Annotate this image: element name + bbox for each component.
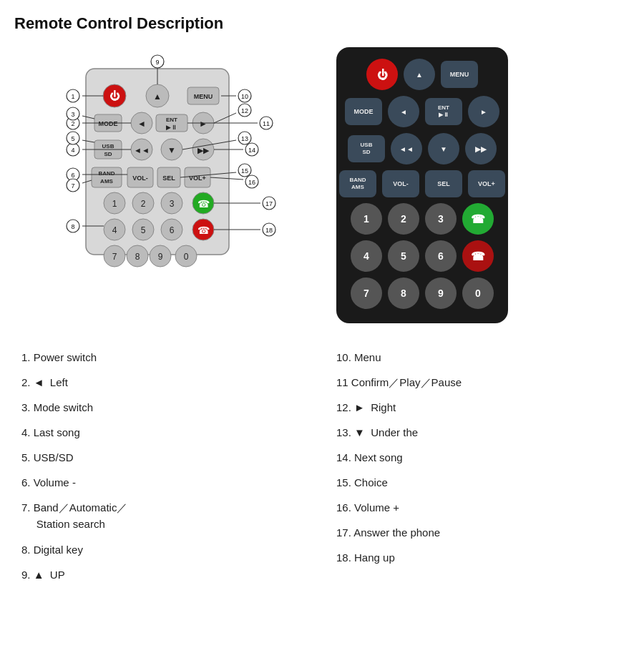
real-btn-left[interactable]: ◄ bbox=[388, 96, 419, 127]
svg-text:USB: USB bbox=[102, 143, 114, 149]
real-btn-up[interactable]: ▲ bbox=[404, 59, 435, 90]
svg-text:14: 14 bbox=[248, 147, 255, 154]
diagram-area: ⏻ ▲ MENU MODE ◄ ENT ▶⏸ ► USB SD ◄◄ ▼ bbox=[14, 47, 315, 323]
desc-item-1: 1. Power switch bbox=[21, 345, 308, 370]
real-remote-row-6: 4 5 6 ☎ bbox=[345, 240, 499, 272]
svg-text:▶▶: ▶▶ bbox=[197, 146, 210, 154]
real-btn-hangup[interactable]: ☎ bbox=[462, 240, 494, 272]
svg-text:▲: ▲ bbox=[153, 92, 162, 102]
description-section: 1. Power switch 2. ◄ Left 3. Mode switch… bbox=[14, 345, 630, 587]
page-title: Remote Control Description bbox=[14, 14, 630, 33]
real-btn-volplus[interactable]: VOL+ bbox=[468, 170, 505, 197]
real-remote-row-1: ⏻ ▲ MENU bbox=[345, 59, 499, 90]
svg-text:1: 1 bbox=[112, 199, 117, 209]
real-btn-band[interactable]: BANDAMS bbox=[339, 170, 376, 197]
real-btn-8[interactable]: 8 bbox=[388, 278, 419, 309]
desc-item-4: 4. Last song bbox=[21, 420, 308, 445]
svg-text:6: 6 bbox=[170, 225, 175, 235]
real-btn-menu[interactable]: MENU bbox=[441, 61, 478, 88]
svg-text:ENT: ENT bbox=[166, 117, 177, 123]
svg-text:15: 15 bbox=[241, 167, 248, 175]
desc-item-17: 17. Answer the phone bbox=[336, 520, 623, 545]
svg-text:13: 13 bbox=[241, 135, 248, 142]
svg-text:◄: ◄ bbox=[137, 119, 146, 129]
svg-text:1: 1 bbox=[71, 93, 74, 100]
svg-text:AMS: AMS bbox=[100, 178, 113, 185]
svg-text:9: 9 bbox=[155, 59, 159, 66]
real-btn-4[interactable]: 4 bbox=[351, 240, 382, 272]
svg-text:18: 18 bbox=[265, 227, 273, 234]
desc-item-10: 10. Menu bbox=[336, 345, 623, 370]
desc-item-13: 13. ▼ Under the bbox=[336, 420, 623, 445]
svg-text:9: 9 bbox=[158, 252, 163, 262]
real-remote-row-2: MODE ◄ ENT▶⏸ ► bbox=[345, 96, 499, 127]
svg-text:7: 7 bbox=[112, 252, 117, 262]
svg-text:11: 11 bbox=[263, 120, 270, 127]
desc-item-16: 16. Volume + bbox=[336, 495, 623, 520]
real-btn-5[interactable]: 5 bbox=[388, 240, 419, 272]
svg-text:2: 2 bbox=[141, 199, 146, 209]
real-btn-1[interactable]: 1 bbox=[351, 203, 382, 235]
desc-item-14: 14. Next song bbox=[336, 445, 623, 470]
svg-text:8: 8 bbox=[71, 223, 74, 230]
desc-item-15: 15. Choice bbox=[336, 470, 623, 495]
desc-item-3: 3. Mode switch bbox=[21, 395, 308, 420]
svg-text:5: 5 bbox=[71, 135, 74, 142]
real-btn-9[interactable]: 9 bbox=[425, 278, 457, 309]
svg-text:▼: ▼ bbox=[167, 145, 176, 155]
svg-text:MENU: MENU bbox=[194, 93, 213, 100]
desc-item-2: 2. ◄ Left bbox=[21, 370, 308, 395]
desc-item-11: 11 Confirm／Play／Pause bbox=[336, 370, 623, 395]
svg-text:▶⏸: ▶⏸ bbox=[166, 124, 177, 131]
desc-item-18: 18. Hang up bbox=[336, 545, 623, 570]
real-btn-sel[interactable]: SEL bbox=[425, 170, 462, 197]
real-remote-row-4: BANDAMS VOL- SEL VOL+ bbox=[345, 170, 499, 197]
svg-text:⏻: ⏻ bbox=[109, 90, 120, 102]
real-btn-next[interactable]: ▶▶ bbox=[465, 133, 497, 165]
real-btn-ent[interactable]: ENT▶⏸ bbox=[425, 98, 462, 125]
svg-text:SD: SD bbox=[104, 151, 112, 157]
svg-text:BAND: BAND bbox=[98, 170, 114, 177]
svg-text:0: 0 bbox=[184, 252, 189, 262]
svg-text:5: 5 bbox=[141, 225, 146, 235]
desc-item-5: 5. USB/SD bbox=[21, 445, 308, 470]
diagram-svg: ⏻ ▲ MENU MODE ◄ ENT ▶⏸ ► USB SD ◄◄ ▼ bbox=[14, 47, 315, 276]
real-btn-0[interactable]: 0 bbox=[462, 278, 494, 309]
svg-text:VOL-: VOL- bbox=[132, 175, 148, 182]
real-remote-row-5: 1 2 3 ☎ bbox=[345, 203, 499, 235]
svg-text:12: 12 bbox=[241, 107, 248, 114]
real-btn-down[interactable]: ▼ bbox=[428, 133, 459, 165]
svg-text:7: 7 bbox=[71, 182, 74, 190]
desc-item-8: 8. Digital key bbox=[21, 537, 308, 562]
real-btn-volminus[interactable]: VOL- bbox=[382, 170, 419, 197]
desc-item-7: 7. Band／Automatic／ Station search bbox=[21, 495, 308, 537]
desc-item-12: 12. ► Right bbox=[336, 395, 623, 420]
real-remote: ⏻ ▲ MENU MODE ◄ ENT▶⏸ ► USBSD ◄◄ ▼ ▶▶ BA… bbox=[336, 47, 508, 323]
real-btn-usbsd[interactable]: USBSD bbox=[348, 135, 385, 162]
real-btn-7[interactable]: 7 bbox=[351, 278, 382, 309]
real-btn-prev[interactable]: ◄◄ bbox=[391, 133, 422, 165]
svg-text:8: 8 bbox=[135, 252, 140, 262]
svg-text:16: 16 bbox=[248, 179, 255, 186]
svg-text:☎: ☎ bbox=[197, 198, 210, 210]
desc-col-right: 10. Menu 11 Confirm／Play／Pause 12. ► Rig… bbox=[336, 345, 623, 587]
svg-text:4: 4 bbox=[71, 147, 74, 154]
svg-text:☎: ☎ bbox=[197, 225, 210, 236]
svg-text:MODE: MODE bbox=[99, 120, 118, 127]
real-btn-2[interactable]: 2 bbox=[388, 203, 419, 235]
svg-text:2: 2 bbox=[71, 120, 74, 127]
desc-col-left: 1. Power switch 2. ◄ Left 3. Mode switch… bbox=[21, 345, 308, 587]
svg-text:17: 17 bbox=[265, 200, 273, 207]
svg-text:3: 3 bbox=[71, 111, 74, 118]
desc-item-6: 6. Volume - bbox=[21, 470, 308, 495]
real-btn-mode[interactable]: MODE bbox=[345, 98, 382, 125]
real-remote-row-7: 7 8 9 0 bbox=[345, 278, 499, 309]
svg-text:3: 3 bbox=[170, 199, 175, 209]
svg-text:SEL: SEL bbox=[162, 175, 175, 182]
desc-item-9: 9. ▲ UP bbox=[21, 562, 308, 587]
real-btn-6[interactable]: 6 bbox=[425, 240, 457, 272]
real-btn-answer[interactable]: ☎ bbox=[462, 203, 494, 235]
real-btn-right[interactable]: ► bbox=[468, 96, 499, 127]
real-btn-3[interactable]: 3 bbox=[425, 203, 457, 235]
real-btn-power[interactable]: ⏻ bbox=[366, 59, 398, 90]
